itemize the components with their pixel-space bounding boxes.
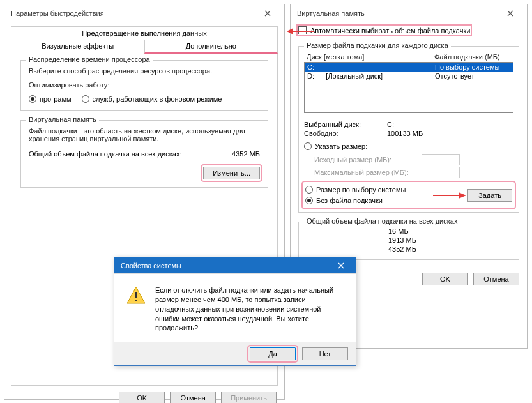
radio-services[interactable]: служб, работающих в фоновом режиме (82, 95, 222, 103)
cancel-button[interactable]: Отмена (170, 392, 216, 403)
radio-icon (305, 186, 313, 194)
svg-marker-3 (459, 192, 466, 199)
yes-button[interactable]: Да (250, 347, 296, 360)
dialog-buttons: OK Отмена Применить (4, 386, 284, 403)
window-title: Параметры быстродействия (11, 10, 104, 17)
msgbox-body: Если отключить файл подкачки или задать … (114, 274, 356, 342)
vm-total-value: 4352 МБ (232, 150, 260, 158)
table-row[interactable]: C: По выбору системы (305, 63, 513, 72)
table-header: Диск [метка тома] Файл подкачки (МБ) (304, 52, 513, 62)
group-title: Распределение времени процессора (26, 56, 153, 63)
group-title: Виртуальная память (26, 116, 99, 123)
vm-total-label: Общий объем файла подкачки на всех диска… (29, 150, 181, 158)
cancel-button[interactable]: Отмена (473, 273, 519, 285)
svg-rect-5 (135, 292, 137, 298)
rec-value: 1913 МБ (388, 236, 416, 244)
radio-custom-size[interactable]: Указать размер: (304, 142, 367, 150)
cpu-radio-row: программ служб, работающих в фоновом реж… (29, 95, 260, 103)
initial-size-input (422, 154, 460, 165)
checkbox-icon (298, 26, 307, 34)
free-value: 100133 МБ (387, 130, 423, 137)
totals-group: Общий объем файла подкачки на всех диска… (298, 222, 519, 260)
set-button[interactable]: Задать (467, 189, 512, 202)
svg-rect-6 (135, 300, 137, 301)
system-properties-msgbox: Свойства системы Если отключить файл под… (114, 257, 356, 366)
cur-value: 4352 МБ (388, 245, 416, 253)
col-disk: Диск [метка тома] (304, 52, 432, 62)
close-button[interactable] (330, 259, 352, 273)
col-file: Файл подкачки (МБ) (432, 52, 513, 62)
tab-dep[interactable]: Предотвращение выполнения данных (11, 26, 278, 40)
cpu-scheduling-group: Распределение времени процессора Выберит… (20, 60, 268, 111)
max-size-label: Максимальный размер (МБ): (314, 169, 416, 176)
close-button[interactable] (255, 6, 280, 20)
min-value: 16 МБ (388, 227, 409, 235)
change-button[interactable]: Изменить... (203, 167, 260, 179)
auto-manage-checkbox[interactable]: Автоматически выбирать объем файла подка… (298, 26, 470, 34)
warning-icon (126, 285, 146, 306)
tab-visual-effects[interactable]: Визуальные эффекты (11, 40, 144, 54)
vm-content: Автоматически выбирать объем файла подка… (291, 22, 527, 292)
each-drive-group: Размер файла подкачки для каждого диска … (298, 46, 519, 213)
msgbox-text: Если отключить файл подкачки или задать … (155, 285, 344, 333)
ok-button[interactable]: OK (119, 392, 165, 403)
apply-button[interactable]: Применить (221, 392, 277, 403)
tab-advanced[interactable]: Дополнительно (144, 40, 278, 54)
vm-desc: Файл подкачки - это область на жестком д… (29, 127, 260, 142)
close-button[interactable] (498, 6, 523, 20)
tabs-row-2: Визуальные эффекты Дополнительно (11, 40, 278, 54)
msgbox-title: Свойства системы (121, 262, 181, 270)
radio-system-managed[interactable]: Размер по выбору системы (305, 186, 406, 194)
msgbox-buttons: Да Нет (114, 342, 356, 365)
tabs-row-1: Предотвращение выполнения данных (11, 26, 278, 40)
optimize-label: Оптимизировать работу: (29, 81, 260, 89)
radio-icon (29, 95, 36, 103)
radio-icon (305, 197, 313, 204)
table-row[interactable]: D: [Локальный диск] Отсутствует (305, 72, 513, 80)
drive-listbox[interactable]: C: По выбору системы D: [Локальный диск]… (304, 62, 513, 113)
radio-programs[interactable]: программ (29, 95, 72, 103)
group-title: Размер файла подкачки для каждого диска (304, 42, 451, 49)
radio-icon (82, 95, 89, 103)
annotation-arrow-icon (432, 190, 467, 201)
free-label: Свободно: (304, 130, 387, 137)
virtual-memory-group: Виртуальная память Файл подкачки - это о… (20, 120, 268, 188)
window-title: Виртуальная память (297, 10, 365, 17)
max-size-input (422, 167, 460, 178)
cpu-desc: Выберите способ распределения ресурсов п… (29, 67, 260, 75)
ok-button[interactable]: OK (422, 273, 468, 285)
initial-size-label: Исходный размер (МБ): (314, 156, 416, 163)
radio-no-paging-file[interactable]: Без файла подкачки (305, 197, 383, 204)
titlebar: Свойства системы (114, 257, 356, 274)
titlebar: Виртуальная память (291, 4, 527, 22)
selected-drive-label: Выбранный диск: (304, 121, 387, 128)
group-title: Общий объем файла подкачки на всех диска… (304, 217, 460, 225)
svg-marker-1 (287, 28, 293, 34)
no-button[interactable]: Нет (302, 347, 348, 360)
selected-drive-value: C: (387, 121, 394, 128)
titlebar: Параметры быстродействия (4, 4, 284, 22)
radio-icon (304, 142, 312, 150)
